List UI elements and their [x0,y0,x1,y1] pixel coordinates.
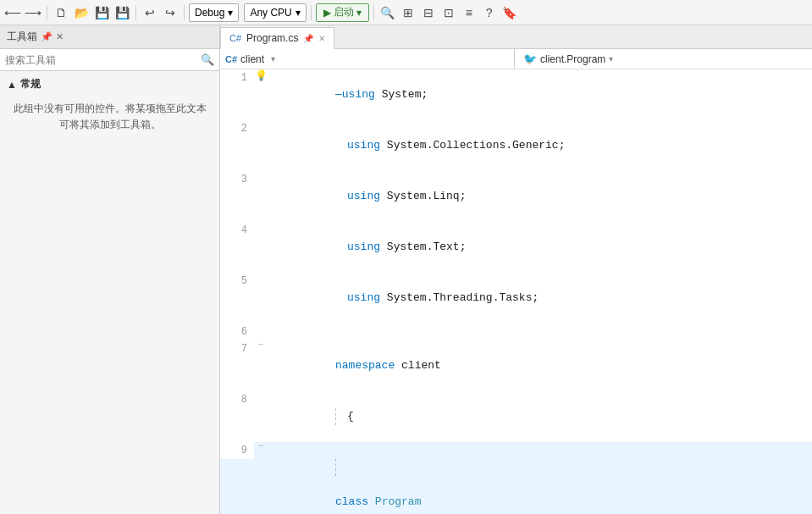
line-indicator-7: — [254,340,268,349]
section-collapse-icon: ▲ [7,79,17,91]
fwd-btn[interactable]: ⟶ [24,3,42,22]
toolbar-btn-a[interactable]: ⊞ [399,3,417,22]
saveall-btn[interactable]: 💾 [113,3,131,22]
save-btn[interactable]: 💾 [92,3,111,22]
sep2 [135,5,136,20]
line-number-2: 2 [220,120,254,137]
code-using-1: —using [335,88,382,101]
toolbar-btn-e[interactable]: ? [480,3,499,22]
sidebar-title: 工具箱 [7,30,37,44]
code-content-7[interactable]: namespace client [268,340,812,391]
sep3 [184,5,185,20]
main-layout: 工具箱 📌 ✕ 🔍 ▲ 常规 此组中没有可用的控件。将某项拖至此文本可将其添加到… [0,25,812,514]
nav-cs-icon: C# [225,54,237,64]
debug-dropdown[interactable]: Debug ▾ [189,3,239,22]
run-label: 启动 [334,5,354,19]
tab-program-cs[interactable]: C# Program.cs 📌 ✕ [220,27,334,49]
line-number-6: 6 [220,323,254,340]
code-line-1: 1 💡 —using System; [220,69,812,120]
code-content-8[interactable]: { [268,391,812,442]
lightbulb-icon-1[interactable]: 💡 [255,69,268,82]
sidebar-header-icons: 📌 ✕ [41,31,64,42]
editor-area: C# Program.cs 📌 ✕ C# client ▾ 🐦 client.P… [220,25,812,514]
toolbar-btn-b[interactable]: ⊟ [419,3,438,22]
nav-right-dropdown-icon[interactable]: ▾ [609,54,613,64]
section-label: 常规 [20,77,41,91]
line-number-5: 5 [220,273,254,290]
undo-btn[interactable]: ↩ [141,3,159,22]
tab-pin-icon[interactable]: 📌 [303,34,313,43]
code-content-5[interactable]: using System.Threading.Tasks; [268,273,812,323]
run-button[interactable]: ▶ 启动 ▾ [316,3,369,22]
new-btn[interactable]: 🗋 [52,3,70,22]
line-number-3: 3 [220,171,254,188]
line-indicator-1: 💡 [254,69,268,82]
open-btn[interactable]: 📂 [72,3,91,22]
nav-bar-left: C# client ▾ [225,49,515,69]
code-line-6: 6 [220,323,812,340]
nav-bird-icon: 🐦 [523,53,537,65]
tabs-bar: C# Program.cs 📌 ✕ [220,25,812,49]
code-content-4[interactable]: using System.Text; [268,222,812,273]
cpu-dropdown[interactable]: Any CPU ▾ [244,3,306,22]
code-line-3: 3 using System.Linq; [220,171,812,222]
pin-icon[interactable]: 📌 [41,31,52,42]
close-sidebar-icon[interactable]: ✕ [56,31,64,42]
cpu-label: Any CPU [250,7,291,19]
code-line-8: 8 { [220,391,812,442]
code-line-9: 9 — class Program [220,442,812,514]
play-icon: ▶ [323,7,331,19]
search-toolbar-btn[interactable]: 🔍 [378,3,397,22]
line-number-8: 8 [220,391,254,408]
code-line-7: 7 — namespace client [220,340,812,391]
line-indicator-9: — [254,442,268,450]
sidebar-search-bar: 🔍 [0,49,219,71]
nav-right-label: client.Program [540,53,605,65]
debug-label: Debug [195,7,224,19]
debug-dropdown-icon: ▾ [228,7,233,19]
bookmark-btn[interactable]: 🔖 [500,3,519,22]
code-content-1[interactable]: —using System; [268,69,812,120]
code-content-9[interactable]: class Program [268,442,812,514]
cpu-dropdown-icon: ▾ [296,7,301,19]
code-line-2: 2 using System.Collections.Generic; [220,120,812,171]
collapse-btn-7[interactable]: — [258,340,262,349]
run-dropdown-icon: ▾ [356,7,362,19]
sidebar-section-header[interactable]: ▲ 常规 [0,75,219,94]
nav-left-label: client [240,53,264,65]
toolbox-sidebar: 工具箱 📌 ✕ 🔍 ▲ 常规 此组中没有可用的控件。将某项拖至此文本可将其添加到… [0,25,220,514]
collapse-btn-9[interactable]: — [258,442,262,450]
nav-bar: C# client ▾ 🐦 client.Program ▾ [220,49,812,69]
code-line-4: 4 using System.Text; [220,222,812,273]
code-content-3[interactable]: using System.Linq; [268,171,812,222]
search-input[interactable] [5,54,197,66]
sidebar-section-content: 此组中没有可用的控件。将某项拖至此文本可将其添加到工具箱。 [0,94,219,140]
line-number-9: 9 [220,442,254,459]
sidebar-general-section: ▲ 常规 此组中没有可用的控件。将某项拖至此文本可将其添加到工具箱。 [0,71,219,143]
back-btn[interactable]: ⟵ [3,3,22,22]
sep4 [311,5,312,20]
code-editor[interactable]: 1 💡 —using System; 2 using System.Collec… [220,69,812,514]
sep5 [373,5,374,20]
sep1 [47,5,47,20]
cs-file-icon: C# [229,33,241,43]
main-toolbar: ⟵ ⟶ 🗋 📂 💾 💾 ↩ ↪ Debug ▾ Any CPU ▾ ▶ 启动 ▾… [0,0,812,25]
code-content-2[interactable]: using System.Collections.Generic; [268,120,812,171]
line-number-4: 4 [220,222,254,239]
redo-btn[interactable]: ↪ [161,3,180,22]
tab-label: Program.cs [246,32,298,44]
line-number-1: 1 [220,69,254,86]
code-line-5: 5 using System.Threading.Tasks; [220,273,812,323]
tab-close-btn[interactable]: ✕ [318,34,325,43]
toolbar-btn-c[interactable]: ⊡ [439,3,458,22]
nav-left-dropdown-icon[interactable]: ▾ [271,54,275,64]
toolbar-btn-d[interactable]: ≡ [460,3,478,22]
nav-bar-right: 🐦 client.Program ▾ [518,53,807,65]
search-icon[interactable]: 🔍 [201,53,214,66]
line-number-7: 7 [220,340,254,357]
sidebar-header: 工具箱 📌 ✕ [0,25,219,49]
